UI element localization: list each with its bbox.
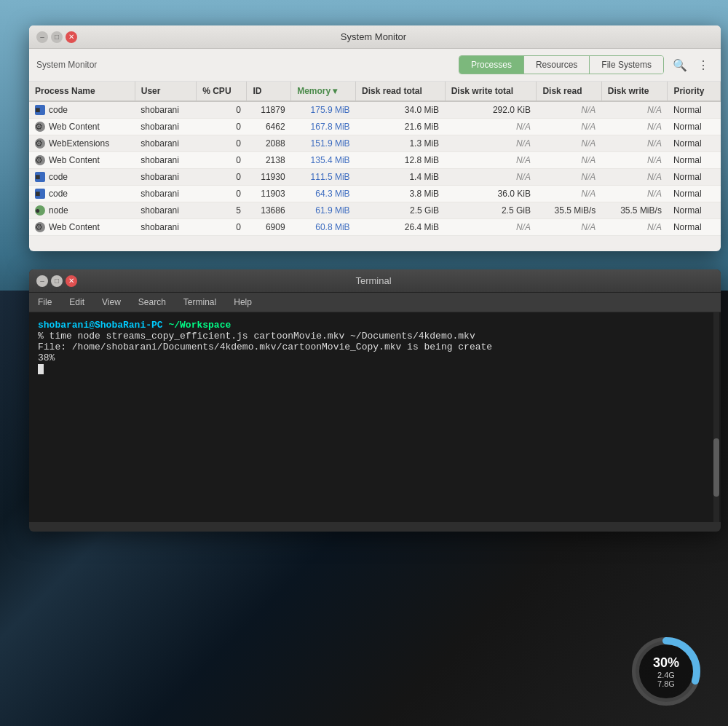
tab-filesystems[interactable]: File Systems: [590, 56, 663, 74]
col-disk-read-total[interactable]: Disk read total: [356, 82, 446, 101]
donut-val2: 7.8G: [653, 679, 679, 688]
menu-edit[interactable]: Edit: [60, 295, 93, 309]
menu-help[interactable]: Help: [225, 295, 261, 309]
table-row[interactable]: ● node shobarani 5 13686 61.9 MiB 2.5 Gi…: [29, 202, 721, 219]
cell-user: shobarani: [135, 202, 196, 219]
process-icon: ●: [35, 205, 45, 216]
cell-user: shobarani: [135, 186, 196, 202]
cell-disk-write: N/A: [601, 119, 668, 135]
cell-id: 6462: [247, 119, 291, 135]
cell-cpu: 0: [197, 152, 247, 169]
close-button[interactable]: ✕: [66, 31, 77, 43]
menu-button[interactable]: ⋮: [693, 55, 713, 75]
terminal-body[interactable]: shobarani@ShobaRani-PC ~/Workspace % tim…: [29, 312, 721, 522]
table-row[interactable]: ⚙ Web Content shobarani 0 6462 167.8 MiB…: [29, 119, 721, 135]
col-disk-write-total[interactable]: Disk write total: [445, 82, 537, 101]
cell-id: 11930: [247, 169, 291, 186]
terminal-titlebar: – □ ✕ Terminal: [29, 269, 721, 293]
cell-disk-read-total: 34.0 MiB: [356, 101, 446, 119]
cell-disk-write: N/A: [601, 101, 668, 119]
col-id[interactable]: ID: [247, 82, 291, 101]
terminal-output-line1: File: /home/shobarani/Documents/4kdemo.m…: [38, 342, 712, 352]
cell-memory: 151.9 MiB: [291, 135, 356, 152]
cell-name: ■ code: [29, 186, 135, 202]
terminal-minimize-button[interactable]: –: [36, 275, 48, 287]
cell-disk-write-total: N/A: [445, 219, 537, 236]
cell-disk-read: N/A: [537, 119, 601, 135]
cell-disk-write: N/A: [601, 169, 668, 186]
search-button[interactable]: 🔍: [670, 55, 690, 75]
cell-priority: Normal: [668, 101, 721, 119]
table-row[interactable]: ⚙ Web Content shobarani 0 6909 60.8 MiB …: [29, 219, 721, 236]
table-row[interactable]: ■ code shobarani 0 11879 175.9 MiB 34.0 …: [29, 101, 721, 119]
cell-disk-write: N/A: [601, 219, 668, 236]
cell-cpu: 0: [197, 169, 247, 186]
maximize-button[interactable]: □: [51, 31, 63, 43]
tab-processes[interactable]: Processes: [459, 56, 524, 74]
menu-view[interactable]: View: [93, 295, 130, 309]
cell-memory: 135.4 MiB: [291, 152, 356, 169]
process-table-container[interactable]: Process Name User % CPU ID Memory ▾ Disk…: [29, 82, 721, 236]
table-row[interactable]: ⚙ WebExtensions shobarani 0 2088 151.9 M…: [29, 135, 721, 152]
tab-resources[interactable]: Resources: [524, 56, 590, 74]
process-icon: ⚙: [35, 138, 45, 149]
cell-disk-write-total: 36.0 KiB: [445, 186, 537, 202]
menu-file[interactable]: File: [29, 295, 60, 309]
cell-disk-read-total: 1.3 MiB: [356, 135, 446, 152]
col-process-name[interactable]: Process Name: [29, 82, 135, 101]
col-memory[interactable]: Memory ▾: [291, 82, 356, 101]
cell-priority: Normal: [668, 119, 721, 135]
sysmon-window: – □ ✕ System Monitor System Monitor Proc…: [29, 25, 721, 251]
titlebar-controls: – □ ✕: [36, 31, 77, 43]
scrollbar-track: [713, 312, 719, 522]
col-disk-write[interactable]: Disk write: [601, 82, 668, 101]
cell-disk-read: N/A: [537, 186, 601, 202]
cell-cpu: 0: [197, 101, 247, 119]
cell-disk-read: N/A: [537, 219, 601, 236]
cell-memory: 111.5 MiB: [291, 169, 356, 186]
cell-priority: Normal: [668, 169, 721, 186]
terminal-close-button[interactable]: ✕: [66, 275, 77, 287]
cell-disk-write: 35.5 MiB/s: [601, 202, 668, 219]
cell-id: 11879: [247, 101, 291, 119]
terminal-titlebar-controls: – □ ✕: [36, 275, 77, 287]
cell-disk-write-total: N/A: [445, 119, 537, 135]
table-row[interactable]: ■ code shobarani 0 11903 64.3 MiB 3.8 Mi…: [29, 186, 721, 202]
cell-name: ● node: [29, 202, 135, 219]
col-disk-read[interactable]: Disk read: [537, 82, 601, 101]
cell-cpu: 0: [197, 219, 247, 236]
cell-id: 13686: [247, 202, 291, 219]
process-name-text: WebExtensions: [49, 138, 109, 149]
donut-percent: 30%: [653, 655, 679, 671]
table-row[interactable]: ■ code shobarani 0 11930 111.5 MiB 1.4 M…: [29, 169, 721, 186]
terminal-menubar: File Edit View Search Terminal Help: [29, 293, 721, 312]
minimize-button[interactable]: –: [36, 31, 48, 43]
terminal-user: shobarani@ShobaRani-PC: [38, 320, 163, 331]
donut-widget: 30% 2.4G 7.8G: [626, 631, 706, 711]
col-priority[interactable]: Priority: [668, 82, 721, 101]
cell-name: ■ code: [29, 169, 135, 186]
table-row[interactable]: ⚙ Web Content shobarani 0 2138 135.4 MiB…: [29, 152, 721, 169]
col-user[interactable]: User: [135, 82, 196, 101]
terminal-command: % time node streams_copy_efficient.js ca…: [38, 331, 475, 342]
scrollbar-thumb[interactable]: [713, 438, 719, 497]
cell-disk-write: N/A: [601, 135, 668, 152]
cell-disk-read: N/A: [537, 152, 601, 169]
menu-terminal[interactable]: Terminal: [175, 295, 225, 309]
col-cpu[interactable]: % CPU: [197, 82, 247, 101]
menu-search[interactable]: Search: [130, 295, 175, 309]
terminal-prompt-line: shobarani@ShobaRani-PC ~/Workspace: [38, 320, 712, 331]
cell-name: ⚙ Web Content: [29, 119, 135, 135]
cell-priority: Normal: [668, 186, 721, 202]
process-name-text: code: [49, 189, 68, 199]
terminal-title: Terminal: [77, 275, 670, 286]
cell-user: shobarani: [135, 101, 196, 119]
donut-val1: 2.4G: [653, 671, 679, 679]
process-name-text: Web Content: [49, 122, 100, 132]
sysmon-title: System Monitor: [77, 31, 670, 42]
cell-cpu: 5: [197, 202, 247, 219]
cell-priority: Normal: [668, 202, 721, 219]
terminal-maximize-button[interactable]: □: [51, 275, 63, 287]
process-name-text: node: [49, 205, 68, 216]
process-table: Process Name User % CPU ID Memory ▾ Disk…: [29, 82, 721, 236]
